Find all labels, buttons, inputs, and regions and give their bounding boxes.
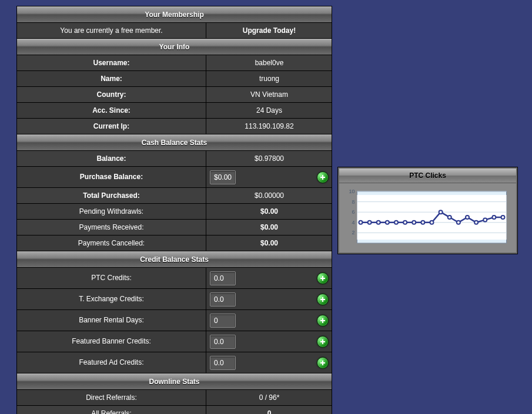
svg-text:10: 10: [349, 189, 354, 194]
svg-point-14: [377, 221, 380, 224]
cash-label: Pending Withdrawls:: [17, 204, 206, 219]
info-row: Acc. Since: 24 Days: [17, 103, 332, 119]
credit-row: Featured Ad Credits: 0.0: [17, 352, 332, 373]
chart-title: PTC Clicks: [339, 169, 516, 183]
membership-row: You are currently a free member. Upgrade…: [17, 23, 332, 39]
cash-value: $0.00: [206, 204, 332, 219]
svg-point-16: [394, 221, 398, 224]
credit-header: Credit Balance Stats: [17, 251, 332, 268]
info-label: Name:: [17, 71, 206, 86]
cash-value: $0.00: [206, 235, 332, 251]
add-icon[interactable]: [317, 294, 329, 305]
svg-point-24: [466, 216, 469, 219]
svg-point-23: [457, 221, 460, 224]
info-value: 113.190.109.82: [206, 119, 332, 134]
upgrade-link[interactable]: Upgrade Today!: [206, 23, 332, 38]
downline-label: Direct Referrals:: [17, 390, 206, 405]
credit-input[interactable]: 0.0: [210, 335, 236, 349]
info-label: Username:: [17, 55, 206, 70]
info-row: Country: VN Vietnam: [17, 87, 332, 103]
svg-point-25: [474, 221, 478, 224]
info-value: truong: [206, 71, 332, 86]
info-value: babel0ve: [206, 55, 332, 70]
downline-label: All Referrals:: [17, 406, 206, 414]
downline-row: All Referrals: 0: [17, 406, 332, 414]
credit-label: T. Exchange Credits:: [17, 289, 206, 309]
info-row: Username: babel0ve: [17, 55, 332, 71]
cash-value: $0.00: [206, 220, 332, 235]
membership-header: Your Membership: [17, 6, 332, 23]
downline-value: 0 / 96*: [206, 390, 332, 405]
credit-input[interactable]: 0.0: [210, 271, 236, 285]
balance-row: Balance: $0.97800: [17, 151, 332, 167]
credit-label: Featured Banner Credits:: [17, 331, 206, 352]
credit-input[interactable]: 0.0: [210, 356, 236, 370]
svg-point-27: [492, 216, 496, 219]
info-label: Current Ip:: [17, 119, 206, 134]
add-icon[interactable]: [317, 272, 329, 284]
svg-point-13: [368, 221, 372, 224]
cash-label: Payments Received:: [17, 220, 206, 235]
svg-point-22: [448, 216, 451, 219]
account-panel: Your Membership You are currently a free…: [16, 6, 332, 414]
cash-header: Cash Balance Stats: [17, 134, 332, 151]
credit-row: Banner Rental Days: 0: [17, 310, 332, 331]
credit-label: Featured Ad Credits:: [17, 352, 206, 373]
chart-body: 246810: [339, 183, 516, 253]
credit-row: T. Exchange Credits: 0.0: [17, 289, 332, 310]
credit-row: Featured Banner Credits: 0.0: [17, 331, 332, 352]
info-header: Your Info: [17, 39, 332, 55]
purchase-balance-input[interactable]: $0.00: [210, 170, 236, 184]
ptc-clicks-chart-panel: PTC Clicks 246810: [338, 167, 517, 254]
info-value: VN Vietnam: [206, 87, 332, 102]
purchase-balance-row: Purchase Balance: $0.00: [17, 167, 332, 188]
cash-row: Pending Withdrawls: $0.00: [17, 204, 332, 220]
cash-row: Payments Received: $0.00: [17, 220, 332, 235]
add-icon[interactable]: [317, 315, 329, 327]
membership-status: You are currently a free member.: [17, 23, 206, 38]
cash-row: Payments Cancelled: $0.00: [17, 235, 332, 251]
svg-point-21: [439, 210, 443, 214]
total-purchased-row: Total Purchased: $0.00000: [17, 188, 332, 204]
balance-label: Balance:: [17, 151, 206, 166]
credit-label: Banner Rental Days:: [17, 310, 206, 331]
ptc-clicks-chart: 246810: [345, 188, 510, 247]
svg-text:8: 8: [352, 199, 354, 205]
svg-point-28: [501, 216, 505, 219]
downline-value: 0: [206, 406, 332, 414]
svg-point-18: [412, 221, 416, 224]
info-label: Country:: [17, 87, 206, 102]
info-row: Current Ip: 113.190.109.82: [17, 119, 332, 134]
svg-point-19: [421, 221, 424, 224]
add-icon[interactable]: [317, 171, 329, 183]
info-label: Acc. Since:: [17, 103, 206, 118]
svg-point-26: [483, 218, 487, 221]
svg-point-17: [403, 221, 407, 224]
cash-label: Payments Cancelled:: [17, 235, 206, 251]
purchase-balance-label: Purchase Balance:: [17, 167, 206, 187]
svg-text:4: 4: [352, 220, 354, 225]
svg-point-15: [386, 221, 389, 224]
total-purchased-label: Total Purchased:: [17, 188, 206, 203]
total-purchased-value: $0.00000: [206, 188, 332, 203]
add-icon[interactable]: [317, 357, 329, 369]
downline-row: Direct Referrals: 0 / 96*: [17, 390, 332, 406]
credit-label: PTC Credits:: [17, 268, 206, 288]
credit-input[interactable]: 0: [210, 314, 236, 328]
svg-point-12: [359, 221, 363, 224]
add-icon[interactable]: [317, 336, 329, 348]
credit-row: PTC Credits: 0.0: [17, 268, 332, 289]
svg-text:2: 2: [352, 230, 354, 235]
info-row: Name: truong: [17, 71, 332, 87]
svg-point-20: [430, 221, 434, 224]
svg-text:6: 6: [352, 209, 354, 215]
info-value: 24 Days: [206, 103, 332, 118]
balance-value: $0.97800: [206, 151, 332, 166]
credit-input[interactable]: 0.0: [210, 292, 236, 307]
downline-header: Downline Stats: [17, 373, 332, 390]
